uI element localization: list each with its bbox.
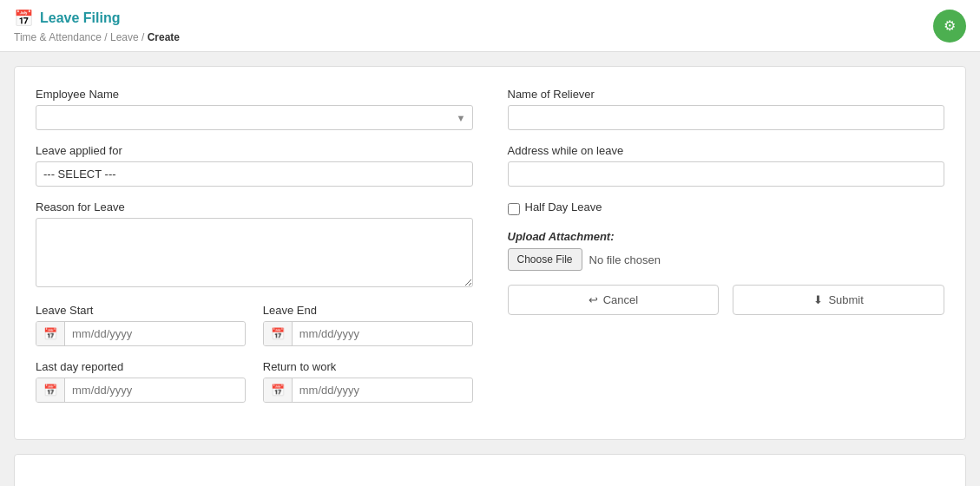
form-group-reliever: Name of Reliever [508, 88, 945, 130]
address-input[interactable] [508, 161, 945, 187]
breadcrumb-leave[interactable]: Leave [110, 31, 139, 43]
cancel-label: Cancel [603, 293, 638, 306]
dates-row-2: Last day reported 📅 Return to work 📅 [36, 360, 473, 403]
submit-icon: ⬇ [813, 293, 823, 306]
form-card: Employee Name ▼ Leave applied for --- SE… [14, 66, 966, 440]
leave-end-input[interactable] [293, 322, 472, 345]
page-title: Leave Filing [40, 10, 120, 26]
leave-applied-select[interactable]: --- SELECT --- [36, 161, 473, 187]
breadcrumb-time-attendance[interactable]: Time & Attendance [14, 31, 102, 43]
breadcrumb: Time & Attendance / Leave / Create [14, 31, 180, 43]
leave-applied-label: Leave applied for [36, 144, 473, 157]
reason-textarea[interactable] [36, 218, 473, 287]
leave-end-wrapper: 📅 [263, 321, 473, 346]
form-group-employee: Employee Name ▼ [36, 88, 473, 130]
leave-start-wrapper: 📅 [36, 321, 246, 346]
main-content: Employee Name ▼ Leave applied for --- SE… [0, 52, 980, 486]
return-work-col: Return to work 📅 [263, 360, 473, 403]
leave-end-calendar-icon: 📅 [264, 322, 293, 345]
last-day-label: Last day reported [36, 360, 246, 373]
leave-end-col: Leave End 📅 [263, 304, 473, 346]
dates-row-1: Leave Start 📅 Leave End 📅 [36, 304, 473, 346]
submit-label: Submit [828, 293, 863, 306]
leave-start-calendar-icon: 📅 [36, 322, 65, 345]
last-day-calendar-icon: 📅 [36, 378, 65, 402]
employee-name-label: Employee Name [36, 88, 473, 101]
breadcrumb-current: Create [148, 31, 180, 43]
col-employee: Employee Name ▼ Leave applied for --- SE… [36, 88, 473, 403]
row-employee-reliever: Employee Name ▼ Leave applied for --- SE… [36, 88, 944, 403]
choose-file-button[interactable]: Choose File [508, 248, 582, 271]
return-work-calendar-icon: 📅 [264, 378, 293, 402]
return-work-label: Return to work [263, 360, 473, 373]
leave-start-input[interactable] [65, 322, 245, 345]
action-row: ↩ Cancel ⬇ Submit [508, 285, 945, 315]
cancel-button[interactable]: ↩ Cancel [508, 285, 720, 315]
last-day-wrapper: 📅 [36, 378, 246, 403]
employee-dropdown-wrapper: ▼ [36, 105, 473, 130]
return-work-wrapper: 📅 [263, 378, 473, 403]
form-group-leave-applied: Leave applied for --- SELECT --- [36, 144, 473, 187]
calendar-icon: 📅 [14, 9, 33, 28]
col-right: Name of Reliever Address while on leave … [508, 88, 945, 403]
submit-button[interactable]: ⬇ Submit [733, 285, 944, 315]
last-day-input[interactable] [65, 378, 245, 402]
page-title-row: 📅 Leave Filing [14, 9, 180, 28]
leave-start-col: Leave Start 📅 [36, 304, 246, 346]
upload-label: Upload Attachment: [508, 230, 945, 243]
form-group-upload: Upload Attachment: Choose File No file c… [508, 230, 945, 271]
form-group-reason: Reason for Leave [36, 200, 473, 290]
leave-end-label: Leave End [263, 304, 473, 317]
return-work-input[interactable] [293, 378, 472, 402]
form-group-address: Address while on leave [508, 144, 945, 187]
bottom-panel [14, 454, 966, 486]
breadcrumb-sep2: / [141, 31, 148, 43]
no-file-text: No file chosen [589, 253, 661, 266]
reliever-input[interactable] [508, 105, 945, 130]
half-day-label[interactable]: Half Day Leave [525, 200, 602, 213]
last-day-col: Last day reported 📅 [36, 360, 246, 403]
employee-name-select[interactable] [36, 105, 473, 130]
leave-start-label: Leave Start [36, 304, 246, 317]
page-header: 📅 Leave Filing Time & Attendance / Leave… [0, 0, 980, 52]
user-avatar-button[interactable]: ⚙ [933, 10, 966, 43]
address-label: Address while on leave [508, 144, 945, 157]
half-day-checkbox[interactable] [508, 203, 520, 215]
cancel-icon: ↩ [589, 293, 598, 306]
half-day-row: Half Day Leave [508, 200, 945, 218]
breadcrumb-sep1: / [104, 31, 110, 43]
reliever-label: Name of Reliever [508, 88, 945, 101]
leave-applied-wrapper: --- SELECT --- [36, 161, 473, 187]
file-upload-row: Choose File No file chosen [508, 248, 945, 271]
reason-label: Reason for Leave [36, 200, 473, 213]
header-left: 📅 Leave Filing Time & Attendance / Leave… [14, 9, 180, 43]
